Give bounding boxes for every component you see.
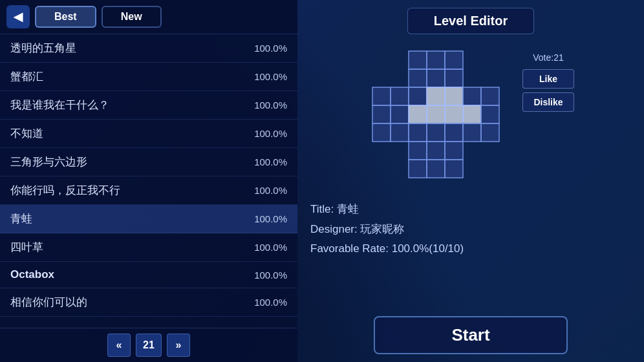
list-item[interactable]: 蟹都汇100.0% [0,63,297,91]
svg-rect-19 [481,105,499,123]
svg-rect-5 [445,69,463,87]
list-item[interactable]: 我是谁我在干什么？100.0% [0,91,297,120]
item-score: 100.0% [254,297,287,308]
item-score: 100.0% [254,213,287,224]
svg-rect-23 [427,123,445,142]
grid-preview: .cell { fill: none; stroke: #7090e0; str… [367,46,510,188]
list-item[interactable]: Octabox100.0% [0,262,297,288]
start-btn-container: Start [310,308,631,362]
svg-rect-28 [427,142,445,160]
item-name: 青蛙 [10,211,32,226]
tabs-row: ◀ Best New [0,0,297,34]
list-item[interactable]: 青蛙100.0% [0,205,297,233]
prev-page-button[interactable]: « [107,334,131,357]
item-score: 100.0% [254,185,287,196]
svg-rect-0 [409,51,427,69]
page-number: 21 [136,334,162,357]
svg-rect-6 [372,87,391,105]
favorable-line: Favorable Rate: 100.0%(10/10) [310,239,631,259]
dislike-button[interactable]: Dislike [522,92,574,112]
pagination: « 21 » [0,328,297,362]
list-item[interactable]: 四叶草100.0% [0,233,297,262]
item-name: 三角形与六边形 [10,154,87,169]
item-score: 100.0% [254,242,287,253]
preview-area: .cell { fill: none; stroke: #7090e0; str… [310,39,631,195]
svg-rect-20 [372,123,391,142]
svg-rect-3 [409,69,427,87]
list-item[interactable]: 三角形与六边形100.0% [0,148,297,176]
svg-rect-14 [391,105,409,123]
svg-rect-29 [445,142,463,160]
item-name: 蟹都汇 [10,69,43,84]
svg-rect-32 [445,160,463,178]
left-panel: ◀ Best New 透明的五角星100.0%蟹都汇100.0%我是谁我在干什么… [0,0,297,362]
svg-rect-13 [372,105,391,123]
svg-rect-1 [427,51,445,69]
tab-best[interactable]: Best [35,6,96,28]
vote-count: Vote:21 [533,52,564,63]
right-panel: Level Editor .cell { fill: none; stroke:… [297,0,644,362]
svg-rect-25 [463,123,481,142]
svg-rect-27 [409,142,427,160]
item-score: 100.0% [254,71,287,82]
svg-rect-30 [409,160,427,178]
svg-rect-31 [427,160,445,178]
list-item[interactable]: 不知道100.0% [0,120,297,148]
level-list: 透明的五角星100.0%蟹都汇100.0%我是谁我在干什么？100.0%不知道1… [0,34,297,328]
list-item[interactable]: 相信你们可以的100.0% [0,288,297,317]
item-name: 四叶草 [10,240,43,255]
item-name: 透明的五角星 [10,41,76,56]
svg-rect-2 [445,51,463,69]
item-name: 我是谁我在干什么？ [10,98,109,112]
svg-rect-12 [481,87,499,105]
item-name: 不知道 [10,126,43,141]
svg-rect-10 [445,87,463,105]
svg-rect-7 [391,87,409,105]
next-page-button[interactable]: » [167,334,190,357]
list-item[interactable]: 透明的五角星100.0% [0,34,297,63]
svg-rect-15 [409,105,427,123]
svg-rect-9 [427,87,445,105]
tab-new[interactable]: New [102,6,162,28]
svg-rect-22 [409,123,427,142]
svg-rect-21 [391,123,409,142]
vote-panel: Vote:21 Like Dislike [522,46,574,112]
title-line: Title: 青蛙 [310,200,631,220]
svg-rect-17 [445,105,463,123]
svg-rect-8 [409,87,427,105]
like-button[interactable]: Like [522,69,574,89]
svg-rect-18 [463,105,481,123]
back-button[interactable]: ◀ [6,5,30,28]
item-name: 相信你们可以的 [10,295,87,310]
start-button[interactable]: Start [374,316,568,354]
level-editor-title: Level Editor [407,8,534,34]
svg-rect-4 [427,69,445,87]
svg-rect-24 [445,123,463,142]
designer-line: Designer: 玩家昵称 [310,220,631,240]
svg-rect-16 [427,105,445,123]
info-section: Title: 青蛙 Designer: 玩家昵称 Favorable Rate:… [310,195,631,264]
item-score: 100.0% [254,100,287,111]
svg-rect-26 [481,123,499,142]
item-score: 100.0% [254,270,287,281]
svg-rect-11 [463,87,481,105]
item-score: 100.0% [254,128,287,139]
item-score: 100.0% [254,43,287,54]
item-name: 你能行吗，反正我不行 [10,183,120,198]
list-item[interactable]: 你能行吗，反正我不行100.0% [0,176,297,205]
level-editor-header: Level Editor [310,0,631,39]
item-score: 100.0% [254,156,287,167]
item-name: Octabox [10,268,54,281]
